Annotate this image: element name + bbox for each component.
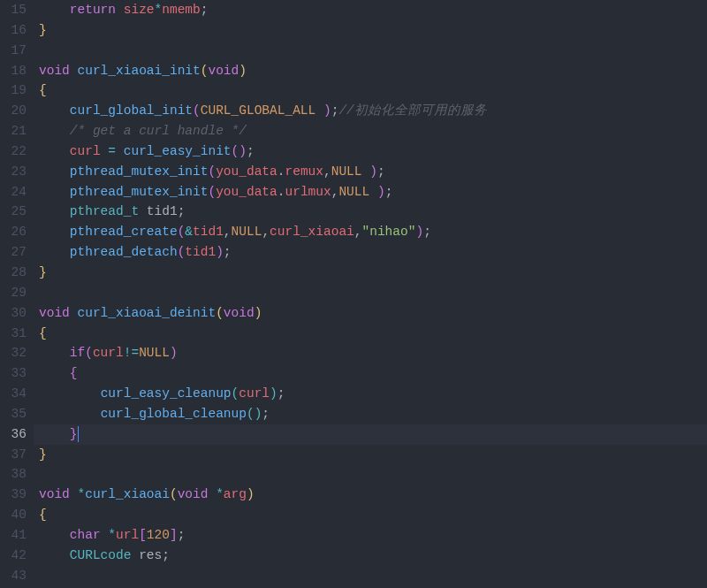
- token-brace3: (: [247, 407, 255, 421]
- line-number: 42: [0, 546, 27, 566]
- code-line[interactable]: }: [34, 20, 707, 41]
- code-line[interactable]: curl_easy_cleanup(curl);: [34, 384, 707, 404]
- code-line[interactable]: pthread_mutex_init(you_data.urlmux,NULL …: [34, 182, 707, 202]
- code-line[interactable]: [34, 41, 707, 61]
- token-punc: ;: [277, 386, 285, 401]
- token-typename: CURLcode: [70, 548, 132, 562]
- token-brace2: [: [139, 528, 147, 542]
- token-id: curl_xiaoai: [270, 225, 354, 239]
- line-number: 15: [0, 0, 27, 20]
- line-number: 28: [0, 263, 27, 283]
- token-fn: pthread_mutex_init: [70, 185, 209, 199]
- token-id: tid1: [185, 245, 216, 259]
- code-line[interactable]: [34, 283, 707, 303]
- token-punc: ;: [178, 528, 186, 542]
- token-brace: (: [216, 306, 224, 320]
- token-kw: return: [70, 3, 116, 17]
- code-line[interactable]: {: [34, 80, 707, 101]
- token-punc: ;: [385, 185, 393, 199]
- token-brace2: (: [208, 185, 216, 199]
- token-brace2: (: [208, 164, 216, 179]
- code-line[interactable]: [34, 464, 707, 485]
- line-number: 39: [0, 485, 27, 505]
- code-line[interactable]: char *url[120];: [34, 525, 707, 546]
- token-op: *: [108, 528, 116, 542]
- code-line[interactable]: [34, 566, 707, 586]
- code-line[interactable]: void curl_xiaoai_init(void): [34, 61, 707, 81]
- line-number: 24: [0, 182, 27, 202]
- token-type: void: [39, 306, 70, 320]
- token-brace2: ): [377, 185, 385, 199]
- token-type: void: [208, 64, 239, 78]
- token-txt: [39, 366, 70, 380]
- token-txt: [39, 124, 70, 138]
- code-line[interactable]: curl = curl_easy_init();: [34, 141, 707, 162]
- token-op: &: [185, 225, 193, 239]
- code-line[interactable]: void curl_xiaoai_deinit(void): [34, 303, 707, 324]
- code-line[interactable]: void *curl_xiaoai(void *arg): [34, 485, 707, 505]
- token-txt: [39, 204, 70, 218]
- text-cursor: [78, 426, 79, 442]
- token-id: curl: [93, 346, 124, 360]
- token-type: void: [178, 487, 209, 501]
- token-id: size: [116, 3, 155, 17]
- token-op: *: [155, 3, 163, 17]
- code-line[interactable]: {: [34, 363, 707, 384]
- token-typename: pthread_t: [70, 204, 139, 218]
- line-number: 31: [0, 324, 27, 344]
- code-line[interactable]: pthread_mutex_init(you_data.remux,NULL )…: [34, 162, 707, 182]
- token-id: url: [116, 528, 139, 542]
- token-fn: pthread_mutex_init: [70, 164, 209, 179]
- token-id: nmemb: [162, 3, 201, 17]
- code-line[interactable]: }: [34, 445, 707, 465]
- line-number-gutter: 1516171819202122232425262728293031323334…: [0, 0, 34, 588]
- token-id: tid1: [193, 225, 224, 239]
- token-type: char: [70, 528, 101, 542]
- code-editor[interactable]: 1516171819202122232425262728293031323334…: [0, 0, 707, 588]
- token-brace2: ): [170, 346, 178, 360]
- code-line[interactable]: curl_global_cleanup();: [34, 404, 707, 424]
- token-txt: [39, 144, 70, 158]
- token-txt: [39, 528, 70, 542]
- token-brace2: }: [70, 427, 78, 441]
- token-brace: ): [247, 487, 255, 501]
- code-line[interactable]: }: [34, 424, 707, 445]
- code-line[interactable]: CURLcode res;: [34, 546, 707, 566]
- token-brace: }: [39, 447, 47, 462]
- code-line[interactable]: }: [34, 263, 707, 283]
- line-number: 30: [0, 303, 27, 324]
- code-line[interactable]: pthread_create(&tid1,NULL,curl_xiaoai,"n…: [34, 222, 707, 242]
- token-cmt: //初始化全部可用的服务: [338, 103, 486, 118]
- token-brace: }: [39, 265, 47, 279]
- token-punc: ;: [178, 204, 186, 218]
- token-kw: if: [70, 346, 85, 360]
- token-punc: ;: [423, 225, 431, 239]
- token-punc: ,: [323, 164, 331, 179]
- code-line[interactable]: {: [34, 324, 707, 344]
- line-number: 41: [0, 525, 27, 546]
- token-txt: [70, 306, 78, 320]
- token-txt: [116, 144, 124, 158]
- code-line[interactable]: curl_global_init(CURL_GLOBAL_ALL );//初始化…: [34, 101, 707, 121]
- line-number: 27: [0, 242, 27, 263]
- token-fn: curl_global_init: [70, 103, 193, 118]
- token-punc: ;: [377, 164, 385, 179]
- token-op: *: [78, 487, 86, 501]
- token-txt: [39, 164, 70, 179]
- code-line[interactable]: pthread_detach(tid1);: [34, 242, 707, 263]
- token-id: curl: [70, 144, 101, 158]
- token-fn: pthread_detach: [70, 245, 178, 259]
- code-line[interactable]: if(curl!=NULL): [34, 343, 707, 363]
- code-line[interactable]: {: [34, 505, 707, 525]
- line-number: 26: [0, 222, 27, 242]
- code-line[interactable]: pthread_t tid1;: [34, 202, 707, 222]
- token-punc: ,: [262, 225, 270, 239]
- token-op: =: [108, 144, 116, 158]
- line-number: 19: [0, 80, 27, 101]
- token-brace: {: [39, 508, 47, 522]
- token-brace2: (: [232, 144, 239, 158]
- token-txt: res: [131, 548, 162, 562]
- code-line[interactable]: return size*nmemb;: [34, 0, 707, 20]
- code-line[interactable]: /* get a curl handle */: [34, 121, 707, 141]
- code-area[interactable]: return size*nmemb;}void curl_xiaoai_init…: [34, 0, 707, 588]
